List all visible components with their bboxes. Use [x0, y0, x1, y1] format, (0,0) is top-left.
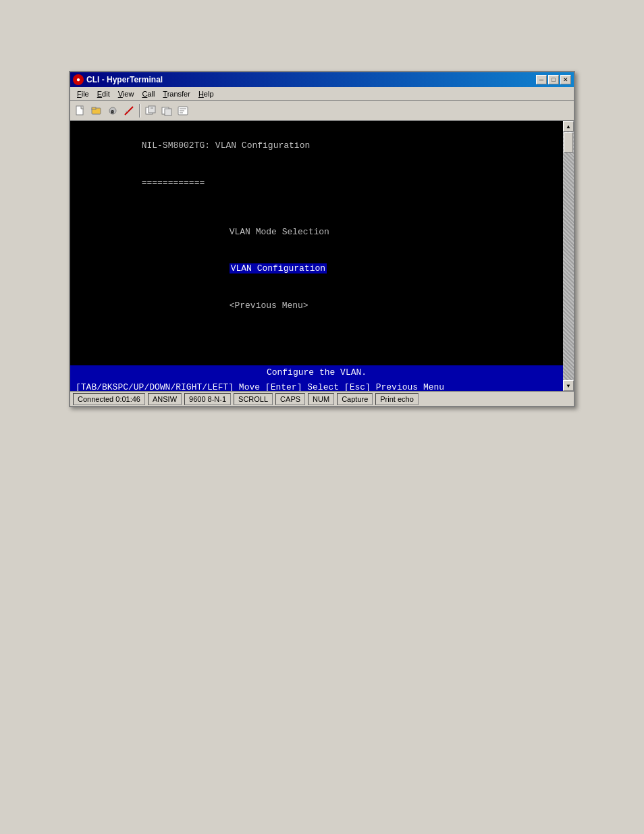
minimize-button[interactable]: ─ — [536, 75, 547, 84]
send-button[interactable] — [143, 103, 158, 118]
terminal-nav-line: [TAB/BKSPC/UP/DOWN/RIGHT/LEFT] Move [Ent… — [70, 380, 563, 391]
connection-status: Connected 0:01:46 — [73, 393, 145, 405]
app-icon: ● — [73, 74, 84, 85]
menu-file[interactable]: File — [73, 88, 93, 99]
svg-text:☎: ☎ — [111, 109, 114, 115]
svg-rect-2 — [92, 107, 96, 109]
close-button[interactable]: ✕ — [560, 75, 571, 84]
connect-button[interactable]: ☎ — [105, 103, 120, 118]
baud-status: 9600 8-N-1 — [184, 393, 231, 405]
caps-status: CAPS — [275, 393, 305, 405]
title-buttons: ─ □ ✕ — [536, 75, 571, 84]
scroll-down-button[interactable]: ▼ — [563, 380, 574, 391]
terminal-status-bar: Configure the VLAN. [TAB/BKSPC/UP/DOWN/R… — [70, 365, 563, 391]
menu-bar: File Edit View Call Transfer Help — [70, 87, 574, 101]
open-button[interactable] — [89, 103, 104, 118]
terminal-blank1 — [78, 201, 555, 213]
num-status: NUM — [308, 393, 334, 405]
hyperterminal-window: ● CLI - HyperTerminal ─ □ ✕ File Edit Vi… — [69, 71, 575, 407]
menu-view[interactable]: View — [114, 88, 138, 99]
mode-status: ANSIW — [148, 393, 182, 405]
desktop: ● CLI - HyperTerminal ─ □ ✕ File Edit Vi… — [0, 0, 644, 834]
scroll-track[interactable] — [563, 132, 574, 380]
terminal-content: NIL-SM8002TG: VLAN Configuration =======… — [78, 128, 555, 357]
disconnect-button[interactable]: ✂ — [122, 103, 136, 118]
menu-call[interactable]: Call — [138, 88, 159, 99]
new-button[interactable] — [73, 103, 88, 118]
maximize-button[interactable]: □ — [548, 75, 559, 84]
terminal-menu-item1-line: VLAN Configuration — [78, 251, 555, 288]
window-title: CLI - HyperTerminal — [86, 75, 163, 84]
terminal-menu-item1: VLAN Configuration — [230, 263, 327, 273]
terminal-menu-item2-line: <Previous Menu> — [78, 287, 555, 324]
terminal-info-line: Configure the VLAN. — [70, 365, 563, 380]
toolbar: ☎ ✂ — [70, 101, 574, 121]
menu-transfer[interactable]: Transfer — [159, 88, 194, 99]
scroll-up-button[interactable]: ▲ — [563, 121, 574, 132]
status-bar: Connected 0:01:46 ANSIW 9600 8-N-1 SCROL… — [70, 391, 574, 406]
svg-rect-8 — [149, 106, 155, 113]
svg-rect-11 — [165, 109, 171, 115]
menu-edit[interactable]: Edit — [93, 88, 114, 99]
properties-button[interactable] — [176, 103, 190, 118]
scroll-status: SCROLL — [234, 393, 273, 405]
scroll-thumb[interactable] — [564, 132, 573, 153]
content-area: NIL-SM8002TG: VLAN Configuration =======… — [70, 121, 574, 391]
title-bar: ● CLI - HyperTerminal ─ □ ✕ — [70, 72, 574, 87]
terminal[interactable]: NIL-SM8002TG: VLAN Configuration =======… — [70, 121, 563, 391]
terminal-header-line: NIL-SM8002TG: VLAN Configuration — [78, 128, 555, 165]
receive-button[interactable] — [159, 103, 174, 118]
scrollbar: ▲ ▼ — [563, 121, 574, 391]
menu-help[interactable]: Help — [194, 88, 218, 99]
capture-status: Capture — [337, 393, 373, 405]
title-bar-left: ● CLI - HyperTerminal — [73, 74, 163, 85]
svg-text:✂: ✂ — [126, 109, 129, 115]
terminal-underline: ============ — [78, 165, 555, 202]
toolbar-separator-1 — [139, 104, 140, 118]
terminal-menu-title-line: VLAN Mode Selection — [78, 213, 555, 251]
print-echo-status: Print echo — [375, 393, 419, 405]
